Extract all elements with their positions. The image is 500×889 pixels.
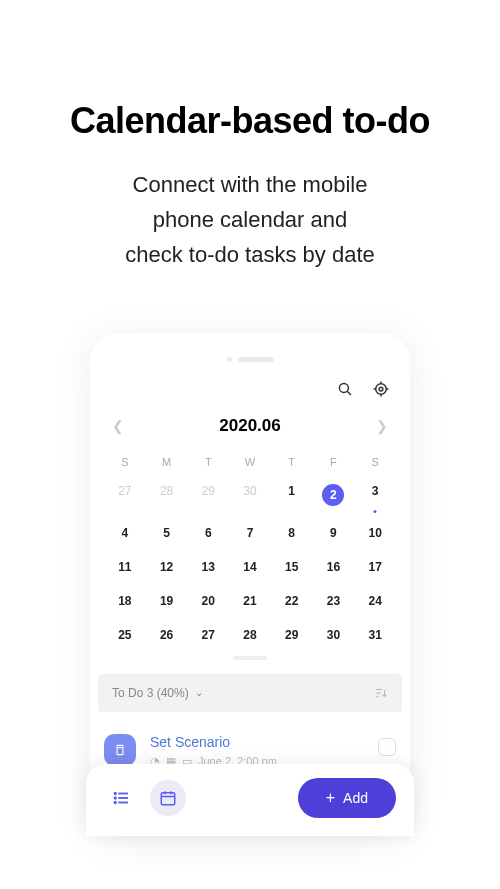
- calendar-day[interactable]: 2: [313, 474, 355, 516]
- svg-point-0: [339, 383, 348, 392]
- notch: [90, 357, 410, 362]
- calendar-day[interactable]: 23: [313, 584, 355, 618]
- calendar-day[interactable]: 6: [187, 516, 229, 550]
- svg-rect-11: [117, 745, 123, 754]
- hero-title: Calendar-based to-do: [30, 100, 470, 142]
- calendar-day[interactable]: 9: [313, 516, 355, 550]
- todo-title: Set Scenario: [150, 734, 364, 750]
- list-view-button[interactable]: [104, 780, 140, 816]
- calendar-day[interactable]: 1: [271, 474, 313, 516]
- hero-subtitle: Connect with the mobile phone calendar a…: [30, 167, 470, 273]
- calendar-day[interactable]: 28: [146, 474, 188, 516]
- weekday-label: T: [271, 450, 313, 474]
- svg-point-19: [115, 792, 117, 794]
- weekday-label: S: [354, 450, 396, 474]
- todo-type-icon: [104, 734, 136, 766]
- calendar-day[interactable]: 16: [313, 550, 355, 584]
- svg-rect-22: [161, 792, 175, 804]
- calendar-day[interactable]: 27: [104, 474, 146, 516]
- calendar-day[interactable]: 29: [271, 618, 313, 652]
- summary-label: To Do 3 (40%): [112, 686, 189, 700]
- calendar-day[interactable]: 22: [271, 584, 313, 618]
- calendar-day[interactable]: 24: [354, 584, 396, 618]
- calendar-view-button[interactable]: [150, 780, 186, 816]
- bottom-bar: + Add: [86, 764, 414, 836]
- calendar-day[interactable]: 31: [354, 618, 396, 652]
- calendar-day[interactable]: 11: [104, 550, 146, 584]
- svg-line-1: [347, 391, 351, 395]
- calendar-day[interactable]: 19: [146, 584, 188, 618]
- gear-icon[interactable]: [372, 380, 390, 398]
- svg-point-2: [376, 383, 387, 394]
- calendar-day[interactable]: 4: [104, 516, 146, 550]
- calendar-day[interactable]: 3: [354, 474, 396, 516]
- todo-summary-bar[interactable]: To Do 3 (40%) ⌄: [98, 674, 402, 712]
- svg-point-20: [115, 797, 117, 799]
- calendar-day[interactable]: 27: [187, 618, 229, 652]
- calendar-day[interactable]: 30: [313, 618, 355, 652]
- calendar-day[interactable]: 25: [104, 618, 146, 652]
- calendar-grid: SMTWTFS 27282930123456789101112131415161…: [90, 450, 410, 674]
- plus-icon: +: [326, 789, 335, 807]
- calendar-day[interactable]: 18: [104, 584, 146, 618]
- calendar-day[interactable]: 29: [187, 474, 229, 516]
- weekday-label: W: [229, 450, 271, 474]
- calendar-day[interactable]: 26: [146, 618, 188, 652]
- calendar-day[interactable]: 17: [354, 550, 396, 584]
- calendar-day[interactable]: 5: [146, 516, 188, 550]
- chevron-down-icon: ⌄: [195, 687, 203, 698]
- prev-month-icon[interactable]: ❮: [112, 418, 124, 434]
- calendar-day[interactable]: 7: [229, 516, 271, 550]
- calendar-day[interactable]: 28: [229, 618, 271, 652]
- calendar-day[interactable]: 20: [187, 584, 229, 618]
- calendar-day[interactable]: 8: [271, 516, 313, 550]
- calendar-day[interactable]: 15: [271, 550, 313, 584]
- calendar-day[interactable]: 10: [354, 516, 396, 550]
- add-button[interactable]: + Add: [298, 778, 396, 818]
- phone-frame: ❮ 2020.06 ❯ SMTWTFS 27282930123456789101…: [90, 333, 410, 836]
- svg-point-21: [115, 801, 117, 803]
- calendar-day[interactable]: 30: [229, 474, 271, 516]
- next-month-icon[interactable]: ❯: [376, 418, 388, 434]
- svg-point-3: [379, 387, 383, 391]
- search-icon[interactable]: [336, 380, 354, 398]
- weekday-label: S: [104, 450, 146, 474]
- weekday-label: T: [187, 450, 229, 474]
- add-button-label: Add: [343, 790, 368, 806]
- weekday-label: M: [146, 450, 188, 474]
- sort-icon[interactable]: [374, 686, 388, 700]
- calendar-drag-handle[interactable]: [233, 656, 267, 660]
- month-label: 2020.06: [219, 416, 280, 436]
- calendar-day[interactable]: 12: [146, 550, 188, 584]
- calendar-day[interactable]: 21: [229, 584, 271, 618]
- todo-checkbox[interactable]: [378, 738, 396, 756]
- weekday-label: F: [313, 450, 355, 474]
- calendar-day[interactable]: 13: [187, 550, 229, 584]
- calendar-day[interactable]: 14: [229, 550, 271, 584]
